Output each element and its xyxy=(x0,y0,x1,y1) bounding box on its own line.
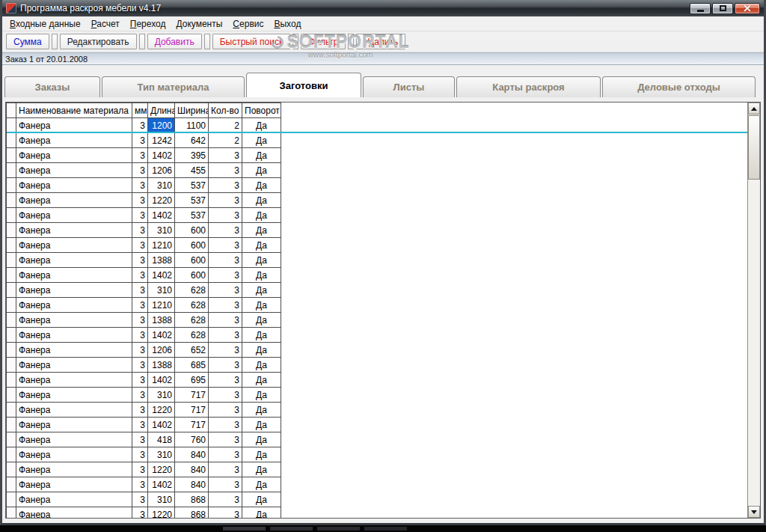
cell[interactable]: Да xyxy=(242,133,281,148)
cell[interactable]: Фанера xyxy=(16,298,132,313)
table-row[interactable]: Фанера313886283Да xyxy=(7,313,281,328)
table-row[interactable]: Фанера33106283Да xyxy=(7,283,281,298)
row-indicator[interactable] xyxy=(7,178,16,193)
scroll-thumb[interactable] xyxy=(748,115,760,180)
cell[interactable]: Да xyxy=(242,238,281,253)
cell[interactable]: 310 xyxy=(148,447,175,462)
cell[interactable]: 717 xyxy=(175,403,209,418)
cell[interactable]: 3 xyxy=(132,358,148,373)
redaktirovat-button[interactable]: Редактировать xyxy=(60,34,137,49)
cell[interactable]: 1210 xyxy=(148,238,175,253)
cell[interactable]: 3 xyxy=(132,373,148,388)
cell[interactable]: Фанера xyxy=(16,462,132,477)
cell[interactable]: Да xyxy=(242,388,281,403)
table-row[interactable]: Фанера312426422Да xyxy=(7,133,281,148)
cell[interactable]: Да xyxy=(242,163,281,178)
cell[interactable]: 3 xyxy=(132,447,148,462)
row-indicator[interactable] xyxy=(7,253,16,268)
cell[interactable]: 310 xyxy=(148,492,175,507)
table-row[interactable]: Фанера312207173Да xyxy=(7,403,281,418)
cell[interactable]: 1388 xyxy=(148,358,175,373)
table-row[interactable]: Фанера312208683Да xyxy=(7,507,281,519)
cell[interactable]: Фанера xyxy=(16,118,132,133)
cell[interactable]: 418 xyxy=(148,432,175,447)
cell[interactable]: 3 xyxy=(209,268,242,283)
table-row[interactable]: Фанера314026283Да xyxy=(7,328,281,343)
cell[interactable]: 3 xyxy=(209,432,242,447)
cell[interactable]: 868 xyxy=(175,492,209,507)
cell[interactable]: Фанера xyxy=(16,403,132,418)
tab-karty-raskroya[interactable]: Карты раскроя xyxy=(456,76,601,97)
row-indicator[interactable] xyxy=(7,133,16,148)
cell[interactable]: 1402 xyxy=(148,148,175,163)
cell[interactable]: 3 xyxy=(132,507,148,519)
cell[interactable]: 3 xyxy=(209,447,242,462)
tab-listy[interactable]: Листы xyxy=(363,76,455,97)
cell[interactable]: Фанера xyxy=(16,253,132,268)
cell[interactable]: 3 xyxy=(209,507,242,519)
cell[interactable]: 3 xyxy=(209,403,242,418)
cell[interactable]: 3 xyxy=(132,328,148,343)
cell[interactable]: 1402 xyxy=(148,208,175,223)
dobavit-button[interactable]: Добавить xyxy=(147,34,202,49)
cell[interactable]: 628 xyxy=(175,283,209,298)
cell[interactable]: 3 xyxy=(209,283,242,298)
cell[interactable]: 760 xyxy=(175,432,209,447)
scroll-down-button[interactable] xyxy=(748,506,760,518)
cell[interactable]: 1402 xyxy=(148,268,175,283)
row-indicator[interactable] xyxy=(7,163,16,178)
cell[interactable]: 628 xyxy=(175,313,209,328)
cell[interactable]: 310 xyxy=(148,388,175,403)
cell[interactable]: 3 xyxy=(209,462,242,477)
table-row[interactable]: Фанера33108683Да xyxy=(7,492,281,507)
cell[interactable]: 537 xyxy=(175,208,209,223)
cell[interactable]: 840 xyxy=(175,447,209,462)
row-indicator[interactable] xyxy=(7,343,16,358)
cell[interactable]: Да xyxy=(242,313,281,328)
cell[interactable]: 3 xyxy=(132,343,148,358)
cell[interactable]: 3 xyxy=(132,238,148,253)
cell[interactable]: 840 xyxy=(175,462,209,477)
minimize-button[interactable] xyxy=(690,3,711,14)
bystryj-poisk-button[interactable]: Быстрый поиск xyxy=(212,34,290,49)
row-indicator[interactable] xyxy=(7,313,16,328)
row-indicator[interactable] xyxy=(7,507,16,519)
tab-delovye-othody[interactable]: Деловые отходы xyxy=(602,76,756,97)
tab-tip-materiala[interactable]: Тип материала xyxy=(102,76,245,97)
cell[interactable]: 3 xyxy=(132,148,148,163)
cell[interactable]: 3 xyxy=(209,328,242,343)
cell[interactable]: Да xyxy=(242,193,281,208)
cell[interactable]: 3 xyxy=(132,283,148,298)
cell[interactable]: 3 xyxy=(209,492,242,507)
row-indicator[interactable] xyxy=(7,298,16,313)
cell[interactable]: Фанера xyxy=(16,432,132,447)
cell[interactable]: Да xyxy=(242,298,281,313)
row-indicator[interactable] xyxy=(7,403,16,418)
cell[interactable]: 1100 xyxy=(175,118,209,133)
cell[interactable]: 3 xyxy=(132,208,148,223)
cell[interactable]: 3 xyxy=(209,343,242,358)
cell[interactable]: Фанера xyxy=(16,268,132,283)
cell[interactable]: Да xyxy=(242,447,281,462)
cell[interactable]: Да xyxy=(242,418,281,432)
table-row[interactable]: Фанера314026003Да xyxy=(7,268,281,283)
cell[interactable]: 3 xyxy=(132,253,148,268)
table-row[interactable]: Фанера312208403Да xyxy=(7,462,281,477)
cell[interactable]: 3 xyxy=(132,313,148,328)
cell[interactable]: 3 xyxy=(209,418,242,432)
cell[interactable]: 1220 xyxy=(148,193,175,208)
menu-item-dokumenty[interactable]: Документы xyxy=(171,17,227,31)
cell[interactable]: 652 xyxy=(175,343,209,358)
tab-zagotovki[interactable]: Заготовки xyxy=(246,73,361,97)
cell[interactable]: 3 xyxy=(132,223,148,238)
cell[interactable]: 3 xyxy=(132,432,148,447)
cell[interactable]: 3 xyxy=(132,268,148,283)
cell[interactable]: Да xyxy=(242,477,281,492)
menu-item-vyhod[interactable]: Выход xyxy=(269,17,306,31)
maximize-button[interactable] xyxy=(712,3,733,14)
row-indicator[interactable] xyxy=(7,268,16,283)
menu-item-raschet[interactable]: Расчет xyxy=(86,17,125,31)
cell[interactable]: 3 xyxy=(209,193,242,208)
row-indicator[interactable] xyxy=(7,358,16,373)
row-indicator[interactable] xyxy=(7,432,16,447)
